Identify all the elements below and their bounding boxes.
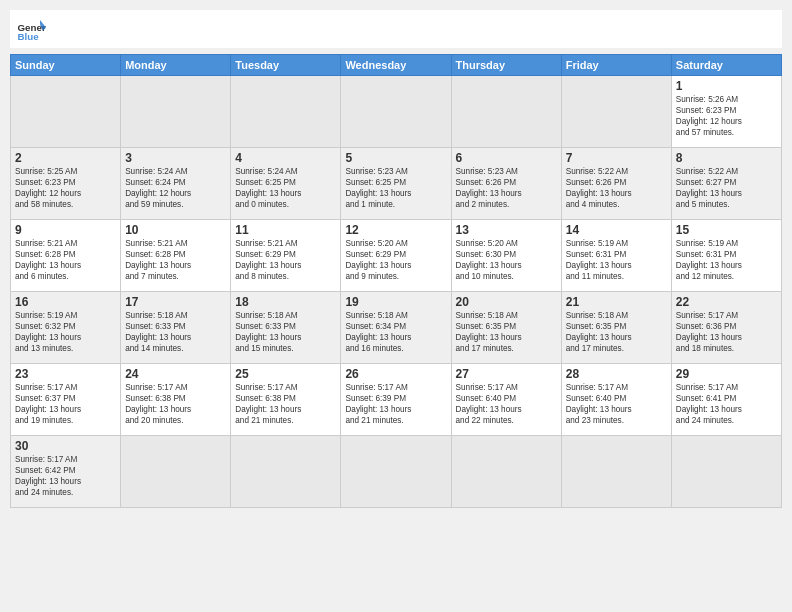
weekday-header-row: SundayMondayTuesdayWednesdayThursdayFrid… bbox=[11, 55, 782, 76]
day-number: 14 bbox=[566, 223, 667, 237]
day-info: Sunrise: 5:17 AM Sunset: 6:41 PM Dayligh… bbox=[676, 382, 777, 426]
calendar-cell bbox=[451, 76, 561, 148]
day-number: 28 bbox=[566, 367, 667, 381]
day-info: Sunrise: 5:17 AM Sunset: 6:42 PM Dayligh… bbox=[15, 454, 116, 498]
day-info: Sunrise: 5:26 AM Sunset: 6:23 PM Dayligh… bbox=[676, 94, 777, 138]
day-info: Sunrise: 5:21 AM Sunset: 6:29 PM Dayligh… bbox=[235, 238, 336, 282]
day-number: 20 bbox=[456, 295, 557, 309]
calendar-cell: 21Sunrise: 5:18 AM Sunset: 6:35 PM Dayli… bbox=[561, 292, 671, 364]
calendar-table: SundayMondayTuesdayWednesdayThursdayFrid… bbox=[10, 54, 782, 508]
day-info: Sunrise: 5:24 AM Sunset: 6:25 PM Dayligh… bbox=[235, 166, 336, 210]
day-number: 10 bbox=[125, 223, 226, 237]
day-info: Sunrise: 5:17 AM Sunset: 6:39 PM Dayligh… bbox=[345, 382, 446, 426]
day-info: Sunrise: 5:19 AM Sunset: 6:32 PM Dayligh… bbox=[15, 310, 116, 354]
weekday-header-wednesday: Wednesday bbox=[341, 55, 451, 76]
calendar-cell bbox=[231, 76, 341, 148]
weekday-header-tuesday: Tuesday bbox=[231, 55, 341, 76]
calendar-cell bbox=[341, 436, 451, 508]
calendar-cell bbox=[561, 76, 671, 148]
day-info: Sunrise: 5:17 AM Sunset: 6:38 PM Dayligh… bbox=[235, 382, 336, 426]
day-info: Sunrise: 5:17 AM Sunset: 6:40 PM Dayligh… bbox=[566, 382, 667, 426]
day-number: 24 bbox=[125, 367, 226, 381]
calendar-cell: 27Sunrise: 5:17 AM Sunset: 6:40 PM Dayli… bbox=[451, 364, 561, 436]
day-number: 4 bbox=[235, 151, 336, 165]
day-info: Sunrise: 5:17 AM Sunset: 6:36 PM Dayligh… bbox=[676, 310, 777, 354]
day-number: 3 bbox=[125, 151, 226, 165]
calendar-cell: 30Sunrise: 5:17 AM Sunset: 6:42 PM Dayli… bbox=[11, 436, 121, 508]
header: General Blue bbox=[10, 10, 782, 48]
day-number: 19 bbox=[345, 295, 446, 309]
day-number: 21 bbox=[566, 295, 667, 309]
day-info: Sunrise: 5:24 AM Sunset: 6:24 PM Dayligh… bbox=[125, 166, 226, 210]
calendar-cell: 3Sunrise: 5:24 AM Sunset: 6:24 PM Daylig… bbox=[121, 148, 231, 220]
page: General Blue SundayMondayTuesdayWednesda… bbox=[0, 0, 792, 612]
day-number: 9 bbox=[15, 223, 116, 237]
calendar-cell: 17Sunrise: 5:18 AM Sunset: 6:33 PM Dayli… bbox=[121, 292, 231, 364]
calendar-cell bbox=[341, 76, 451, 148]
day-number: 13 bbox=[456, 223, 557, 237]
day-number: 16 bbox=[15, 295, 116, 309]
calendar-cell: 18Sunrise: 5:18 AM Sunset: 6:33 PM Dayli… bbox=[231, 292, 341, 364]
day-info: Sunrise: 5:18 AM Sunset: 6:33 PM Dayligh… bbox=[235, 310, 336, 354]
day-number: 27 bbox=[456, 367, 557, 381]
calendar-week-row: 9Sunrise: 5:21 AM Sunset: 6:28 PM Daylig… bbox=[11, 220, 782, 292]
day-info: Sunrise: 5:17 AM Sunset: 6:38 PM Dayligh… bbox=[125, 382, 226, 426]
day-info: Sunrise: 5:22 AM Sunset: 6:26 PM Dayligh… bbox=[566, 166, 667, 210]
day-info: Sunrise: 5:17 AM Sunset: 6:40 PM Dayligh… bbox=[456, 382, 557, 426]
calendar-cell: 19Sunrise: 5:18 AM Sunset: 6:34 PM Dayli… bbox=[341, 292, 451, 364]
day-info: Sunrise: 5:18 AM Sunset: 6:33 PM Dayligh… bbox=[125, 310, 226, 354]
day-info: Sunrise: 5:18 AM Sunset: 6:34 PM Dayligh… bbox=[345, 310, 446, 354]
day-number: 1 bbox=[676, 79, 777, 93]
day-info: Sunrise: 5:23 AM Sunset: 6:26 PM Dayligh… bbox=[456, 166, 557, 210]
day-info: Sunrise: 5:22 AM Sunset: 6:27 PM Dayligh… bbox=[676, 166, 777, 210]
calendar-cell bbox=[11, 76, 121, 148]
calendar-cell: 2Sunrise: 5:25 AM Sunset: 6:23 PM Daylig… bbox=[11, 148, 121, 220]
calendar-cell: 4Sunrise: 5:24 AM Sunset: 6:25 PM Daylig… bbox=[231, 148, 341, 220]
day-info: Sunrise: 5:21 AM Sunset: 6:28 PM Dayligh… bbox=[125, 238, 226, 282]
day-number: 12 bbox=[345, 223, 446, 237]
svg-text:Blue: Blue bbox=[18, 31, 40, 42]
day-info: Sunrise: 5:18 AM Sunset: 6:35 PM Dayligh… bbox=[566, 310, 667, 354]
calendar-cell bbox=[121, 76, 231, 148]
weekday-header-thursday: Thursday bbox=[451, 55, 561, 76]
day-info: Sunrise: 5:19 AM Sunset: 6:31 PM Dayligh… bbox=[566, 238, 667, 282]
calendar-week-row: 1Sunrise: 5:26 AM Sunset: 6:23 PM Daylig… bbox=[11, 76, 782, 148]
calendar-cell bbox=[121, 436, 231, 508]
day-number: 25 bbox=[235, 367, 336, 381]
day-info: Sunrise: 5:20 AM Sunset: 6:30 PM Dayligh… bbox=[456, 238, 557, 282]
logo: General Blue bbox=[16, 14, 46, 44]
calendar-cell: 22Sunrise: 5:17 AM Sunset: 6:36 PM Dayli… bbox=[671, 292, 781, 364]
weekday-header-friday: Friday bbox=[561, 55, 671, 76]
calendar-cell bbox=[561, 436, 671, 508]
calendar-cell: 13Sunrise: 5:20 AM Sunset: 6:30 PM Dayli… bbox=[451, 220, 561, 292]
calendar-cell: 20Sunrise: 5:18 AM Sunset: 6:35 PM Dayli… bbox=[451, 292, 561, 364]
logo-icon: General Blue bbox=[16, 14, 46, 44]
calendar-cell: 6Sunrise: 5:23 AM Sunset: 6:26 PM Daylig… bbox=[451, 148, 561, 220]
weekday-header-saturday: Saturday bbox=[671, 55, 781, 76]
calendar-cell: 10Sunrise: 5:21 AM Sunset: 6:28 PM Dayli… bbox=[121, 220, 231, 292]
day-number: 6 bbox=[456, 151, 557, 165]
day-number: 5 bbox=[345, 151, 446, 165]
calendar-week-row: 23Sunrise: 5:17 AM Sunset: 6:37 PM Dayli… bbox=[11, 364, 782, 436]
calendar-cell: 26Sunrise: 5:17 AM Sunset: 6:39 PM Dayli… bbox=[341, 364, 451, 436]
day-info: Sunrise: 5:25 AM Sunset: 6:23 PM Dayligh… bbox=[15, 166, 116, 210]
weekday-header-sunday: Sunday bbox=[11, 55, 121, 76]
calendar-cell: 24Sunrise: 5:17 AM Sunset: 6:38 PM Dayli… bbox=[121, 364, 231, 436]
day-number: 7 bbox=[566, 151, 667, 165]
day-number: 8 bbox=[676, 151, 777, 165]
day-info: Sunrise: 5:18 AM Sunset: 6:35 PM Dayligh… bbox=[456, 310, 557, 354]
day-number: 15 bbox=[676, 223, 777, 237]
calendar-week-row: 16Sunrise: 5:19 AM Sunset: 6:32 PM Dayli… bbox=[11, 292, 782, 364]
calendar-cell: 11Sunrise: 5:21 AM Sunset: 6:29 PM Dayli… bbox=[231, 220, 341, 292]
calendar-week-row: 30Sunrise: 5:17 AM Sunset: 6:42 PM Dayli… bbox=[11, 436, 782, 508]
calendar-cell: 23Sunrise: 5:17 AM Sunset: 6:37 PM Dayli… bbox=[11, 364, 121, 436]
calendar-cell: 8Sunrise: 5:22 AM Sunset: 6:27 PM Daylig… bbox=[671, 148, 781, 220]
calendar-cell: 25Sunrise: 5:17 AM Sunset: 6:38 PM Dayli… bbox=[231, 364, 341, 436]
calendar-cell: 15Sunrise: 5:19 AM Sunset: 6:31 PM Dayli… bbox=[671, 220, 781, 292]
calendar-cell: 7Sunrise: 5:22 AM Sunset: 6:26 PM Daylig… bbox=[561, 148, 671, 220]
calendar-cell: 12Sunrise: 5:20 AM Sunset: 6:29 PM Dayli… bbox=[341, 220, 451, 292]
calendar-cell bbox=[671, 436, 781, 508]
day-info: Sunrise: 5:19 AM Sunset: 6:31 PM Dayligh… bbox=[676, 238, 777, 282]
calendar-cell: 28Sunrise: 5:17 AM Sunset: 6:40 PM Dayli… bbox=[561, 364, 671, 436]
calendar-week-row: 2Sunrise: 5:25 AM Sunset: 6:23 PM Daylig… bbox=[11, 148, 782, 220]
